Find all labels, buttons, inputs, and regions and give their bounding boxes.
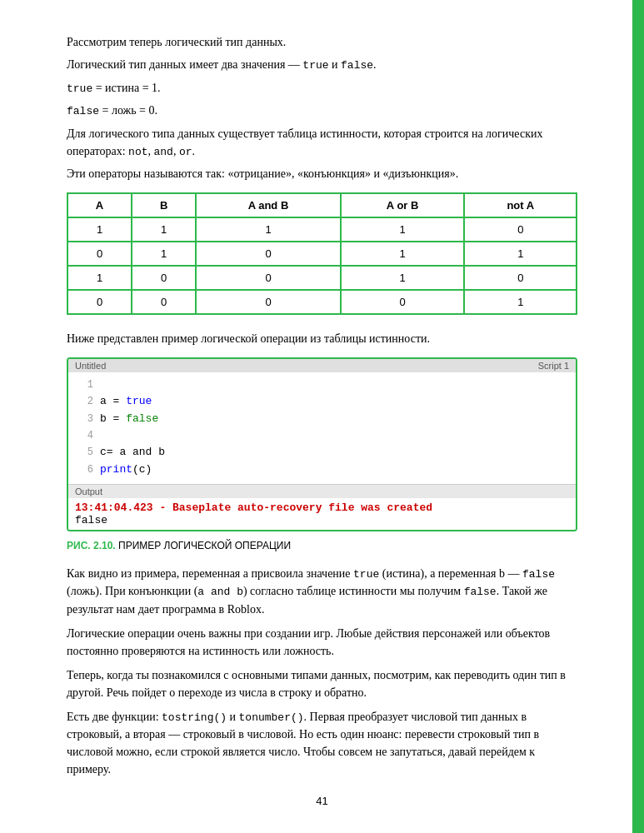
cell: 0 [132,290,196,314]
truth-table: A B A and B A or B not A 1 1 1 1 0 0 1 0… [67,192,577,315]
line-number: 1 [75,377,93,393]
line-number: 5 [75,445,93,461]
cell: 1 [464,290,577,314]
code-caption: Ниже представлен пример логической опера… [67,330,577,347]
para-5: Для логического типа данных существует т… [67,125,577,161]
table-row: 0 0 0 0 1 [67,290,577,314]
body-para-2: Логические операции очень важны при созд… [67,625,577,660]
cell: 1 [67,266,132,290]
line-number: 6 [75,462,93,478]
col-header-aorb: A or B [341,193,465,217]
code-header-left: Untitled [75,361,106,371]
code-text: b = false [100,411,158,428]
col-header-b: B [132,193,196,217]
line-number: 2 [75,394,93,410]
line-number: 3 [75,412,93,427]
code-line-2: 2 a = true [68,393,576,411]
code-block: Untitled Script 1 1 2 a = true 3 b = fal… [67,357,577,531]
cell: 1 [341,242,465,266]
para-6: Эти операторы называются так: «отрицание… [67,165,577,182]
cell: 0 [196,266,341,290]
code-body: 1 2 a = true 3 b = false 4 5 c= a and b … [68,372,576,484]
output-bar: Output [68,484,576,498]
code-line-4: 4 [68,428,576,444]
code-header: Untitled Script 1 [68,359,576,372]
para-1: Рассмотрим теперь логический тип данных. [67,33,577,51]
page-number: 41 [67,795,577,807]
cell: 1 [132,217,196,242]
cell: 0 [196,290,341,314]
output-body: 13:41:04.423 - Baseplate auto-recovery f… [68,498,576,530]
cell: 0 [67,290,132,314]
output-result: false [75,514,569,526]
cell: 1 [67,217,132,242]
code-line-3: 3 b = false [68,411,576,428]
code-header-right: Script 1 [538,361,569,371]
cell: 1 [341,217,465,242]
table-row: 0 1 0 1 1 [67,242,577,266]
code-line-1: 1 [68,377,576,393]
table-row: 1 1 1 1 0 [67,217,577,242]
line-number: 4 [75,428,93,444]
figure-caption: РИС. 2.10. ПРИМЕР ЛОГИЧЕСКОЙ ОПЕРАЦИИ [67,540,577,551]
body-para-1: Как видно из примера, переменная a присв… [67,565,577,618]
table-row: 1 0 0 1 0 [67,266,577,290]
cell: 0 [341,290,465,314]
cell: 0 [196,242,341,266]
fig-title: ПРИМЕР ЛОГИЧЕСКОЙ ОПЕРАЦИИ [118,540,291,551]
para-4: false = ложь = 0. [67,102,577,120]
para-2: Логический тип данных имеет два значения… [67,56,577,74]
code-text: a = true [100,393,152,411]
cell: 1 [341,266,465,290]
cell: 1 [464,242,577,266]
code-line-6: 6 print(c) [68,461,576,479]
col-header-a: A [67,193,132,217]
cell: 0 [67,242,132,266]
col-header-nota: not A [464,193,577,217]
page-content: Рассмотрим теперь логический тип данных.… [0,0,644,833]
col-header-aandb: A and B [196,193,341,217]
body-para-3: Теперь, когда ты познакомился с основным… [67,666,577,701]
output-timestamp: 13:41:04.423 - Baseplate auto-recovery f… [75,501,569,514]
cell: 0 [464,266,577,290]
cell: 1 [132,242,196,266]
code-line-5: 5 c= a and b [68,444,576,461]
para-3: true = истина = 1. [67,79,577,97]
code-text: print(c) [100,461,152,479]
cell: 1 [196,217,341,242]
green-sidebar [632,0,644,833]
cell: 0 [464,217,577,242]
cell: 0 [132,266,196,290]
code-text: c= a and b [100,444,165,461]
fig-label: РИС. 2.10. [67,540,116,551]
body-para-4: Есть две функции: tostring() и tonumber(… [67,708,577,779]
